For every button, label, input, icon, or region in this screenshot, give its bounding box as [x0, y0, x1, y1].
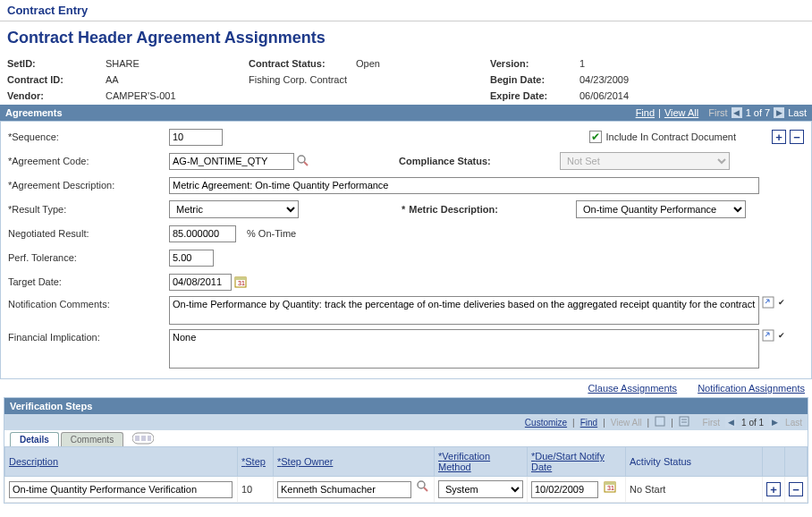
contract-status-value: Open [356, 58, 490, 69]
svg-text:✔: ✔ [778, 331, 785, 340]
result-type-label: Result Type: [8, 204, 169, 215]
tab-details[interactable]: Details [10, 432, 59, 446]
svg-line-18 [424, 487, 427, 491]
target-date-input[interactable] [169, 274, 232, 291]
vendor-label: Vendor: [7, 90, 106, 101]
neg-result-input[interactable] [169, 225, 236, 242]
expire-date-label: Expire Date: [490, 90, 579, 101]
target-date-calendar-icon[interactable]: 31 [234, 275, 247, 288]
sequence-input[interactable] [169, 129, 223, 146]
agreement-desc-label: Agreement Description: [8, 180, 169, 191]
agreements-bar-title: Agreements [5, 107, 63, 118]
neg-result-label: Negotiated Result: [8, 228, 169, 239]
notif-spellcheck-icon[interactable]: ✔ [777, 296, 790, 309]
svg-rect-15 [141, 436, 146, 441]
svg-rect-9 [656, 417, 664, 426]
agreements-last-label[interactable]: Last [788, 107, 807, 118]
col-verif-method[interactable]: Verification Method [438, 451, 490, 472]
svg-rect-10 [680, 417, 689, 426]
svg-line-1 [304, 162, 308, 165]
include-label: Include In Contract Document [605, 131, 736, 142]
contract-id-value: AA [106, 74, 249, 85]
notification-assignments-link[interactable]: Notification Assignments [698, 383, 805, 394]
table-row: 10 System 31 [5, 477, 808, 503]
row-delete-button[interactable]: − [789, 482, 803, 496]
agreements-first-label: First [708, 107, 727, 118]
col-description[interactable]: Description [9, 456, 58, 467]
agreement-code-lookup-icon[interactable] [297, 155, 309, 167]
verification-toolbar: Customize | Find | View All | | First ◀ … [4, 414, 808, 430]
svg-rect-7 [763, 330, 774, 341]
col-due-date[interactable]: Due/Start Notify Date [531, 451, 605, 472]
row-verif-method-select[interactable]: System [438, 480, 523, 498]
agreement-code-input[interactable] [169, 153, 294, 170]
due-date-calendar-icon[interactable]: 31 [604, 480, 616, 493]
agreements-prev-icon[interactable]: ◀ [732, 107, 742, 118]
notif-expand-icon[interactable] [762, 296, 774, 309]
begin-date-label: Begin Date: [490, 74, 579, 85]
setid-label: SetID: [7, 58, 106, 69]
agreements-body: Sequence: ✔ Include In Contract Document… [0, 121, 812, 379]
add-row-button[interactable]: + [772, 130, 786, 144]
grid-first: First [703, 418, 720, 428]
verification-tabs: Details Comments [4, 430, 808, 446]
metric-desc-label: Metric Description: [402, 204, 518, 215]
col-step-owner[interactable]: Step Owner [277, 456, 333, 467]
grid-download-icon[interactable] [679, 416, 689, 428]
target-date-label: Target Date: [8, 276, 169, 287]
contract-name: Fishing Corp. Contract [249, 74, 490, 85]
check-icon: ✔ [591, 131, 600, 142]
svg-point-0 [298, 156, 305, 163]
agreements-viewall-link[interactable]: View All [664, 107, 698, 118]
vendor-value: CAMPER'S-001 [106, 90, 490, 101]
clause-assignments-link[interactable]: Clause Assignments [588, 383, 677, 394]
svg-text:31: 31 [607, 485, 614, 491]
compliance-status-label: Compliance Status: [399, 156, 515, 166]
sequence-label: Sequence: [8, 131, 169, 142]
row-due-date-input[interactable] [531, 481, 598, 498]
row-step-owner-input[interactable] [277, 481, 411, 498]
contract-header: SetID: SHARE Contract Status: Open Versi… [0, 55, 812, 105]
agreements-next-icon[interactable]: ▶ [774, 107, 784, 118]
contract-id-label: Contract ID: [7, 74, 106, 85]
verification-grid: Description Step Step Owner Verification… [4, 446, 808, 503]
svg-text:✔: ✔ [778, 298, 785, 307]
row-add-button[interactable]: + [766, 482, 781, 496]
grid-customize-link[interactable]: Customize [525, 418, 567, 428]
grid-counter: 1 of 1 [741, 418, 764, 428]
verification-bar: Verification Steps [4, 398, 808, 414]
row-description-input[interactable] [9, 481, 233, 498]
agreement-desc-input[interactable] [169, 177, 759, 194]
notif-comments-textarea[interactable] [169, 296, 759, 325]
finimpl-expand-icon[interactable] [762, 329, 774, 342]
step-owner-lookup-icon[interactable] [417, 480, 429, 493]
svg-text:31: 31 [238, 280, 245, 286]
tab-comments[interactable]: Comments [61, 432, 123, 446]
fin-impl-label: Financial Implication: [8, 329, 169, 343]
contract-status-label: Contract Status: [249, 58, 356, 69]
include-checkbox[interactable]: ✔ [589, 131, 602, 143]
grid-zoom-icon[interactable] [655, 416, 665, 428]
neg-result-unit: % On-Time [247, 228, 296, 239]
svg-point-17 [418, 481, 425, 488]
col-step[interactable]: Step [241, 456, 266, 467]
fin-impl-textarea[interactable] [169, 329, 759, 369]
compliance-status-select: Not Set [560, 152, 730, 170]
result-type-select[interactable]: Metric [169, 200, 299, 218]
agreements-bar: Agreements Find | View All First ◀ 1 of … [0, 105, 812, 121]
grid-next-icon[interactable]: ▶ [769, 417, 780, 428]
tab-expand-icon[interactable] [132, 432, 154, 446]
perf-tol-input[interactable] [169, 250, 214, 267]
row-activity: No Start [626, 477, 763, 503]
expire-date-value: 06/06/2014 [579, 90, 669, 101]
grid-prev-icon[interactable]: ◀ [725, 417, 736, 428]
perf-tol-label: Perf. Tolerance: [8, 252, 169, 263]
delete-row-button[interactable]: − [790, 130, 804, 144]
version-value: 1 [579, 58, 669, 69]
metric-desc-select[interactable]: On-time Quantity Performance [576, 200, 746, 218]
grid-find-link[interactable]: Find [580, 418, 597, 428]
verification-bar-title: Verification Steps [10, 401, 92, 411]
agreements-find-link[interactable]: Find [636, 107, 655, 118]
row-step: 10 [238, 477, 274, 503]
finimpl-spellcheck-icon[interactable]: ✔ [777, 329, 790, 342]
